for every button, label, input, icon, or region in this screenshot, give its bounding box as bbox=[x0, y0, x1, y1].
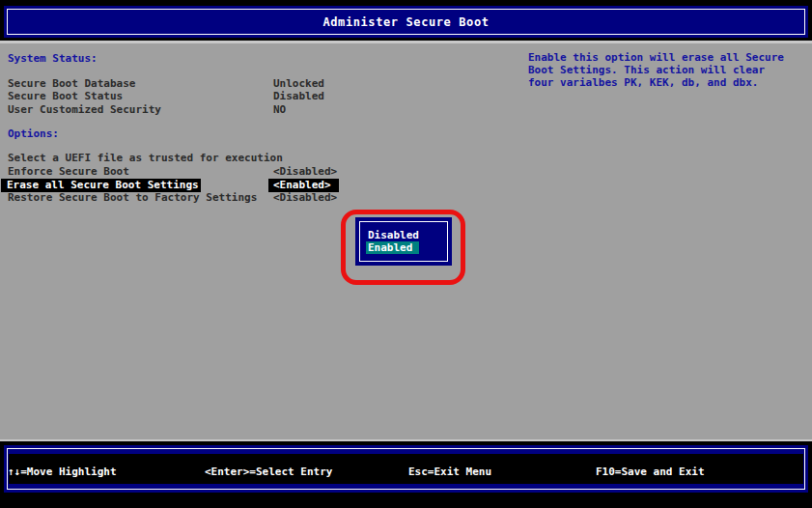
option-label: Select a UEFI file as trusted for execut… bbox=[8, 152, 283, 164]
status-value: NO bbox=[273, 103, 286, 116]
option-label: Restore Secure Boot to Factory Settings bbox=[8, 191, 257, 204]
help-text-line-3: four varialbes PK, KEK, db, and dbx. bbox=[528, 76, 758, 89]
title-bar: Administer Secure Boot bbox=[4, 6, 808, 38]
key-bar: ↑↓=Move Highlight <Enter>=Select Entry E… bbox=[4, 445, 808, 493]
bios-screen: Administer Secure Boot Enable this optio… bbox=[0, 0, 812, 508]
key-hint-save-exit: F10=Save and Exit bbox=[596, 466, 705, 478]
red-highlight-annotation bbox=[341, 210, 465, 285]
option-label-selected: Erase all Secure Boot Settings bbox=[1, 179, 201, 192]
option-value: <Disabled> bbox=[273, 191, 337, 204]
key-hint-exit-menu: Esc=Exit Menu bbox=[408, 466, 491, 478]
option-value: <Disabled> bbox=[273, 165, 337, 178]
options-header: Options: bbox=[8, 127, 59, 140]
key-hint-move-highlight: ↑↓=Move Highlight bbox=[8, 466, 117, 478]
status-value: Disabled bbox=[273, 90, 324, 102]
status-label: Secure Boot Database bbox=[8, 77, 135, 90]
system-status-header: System Status: bbox=[8, 52, 98, 65]
option-value-selected: <Enabled> bbox=[268, 179, 339, 192]
status-label: Secure Boot Status bbox=[8, 90, 123, 102]
help-text-line-2: Boot Settings. This action will clear bbox=[528, 64, 765, 76]
option-label: Enforce Secure Boot bbox=[8, 165, 129, 178]
status-value: Unlocked bbox=[273, 77, 324, 90]
key-hint-select-entry: <Enter>=Select Entry bbox=[205, 466, 332, 478]
status-label: User Customized Security bbox=[8, 103, 161, 116]
page-title: Administer Secure Boot bbox=[4, 15, 808, 29]
help-text-line-1: Enable this option will erase all Secure bbox=[528, 51, 784, 64]
